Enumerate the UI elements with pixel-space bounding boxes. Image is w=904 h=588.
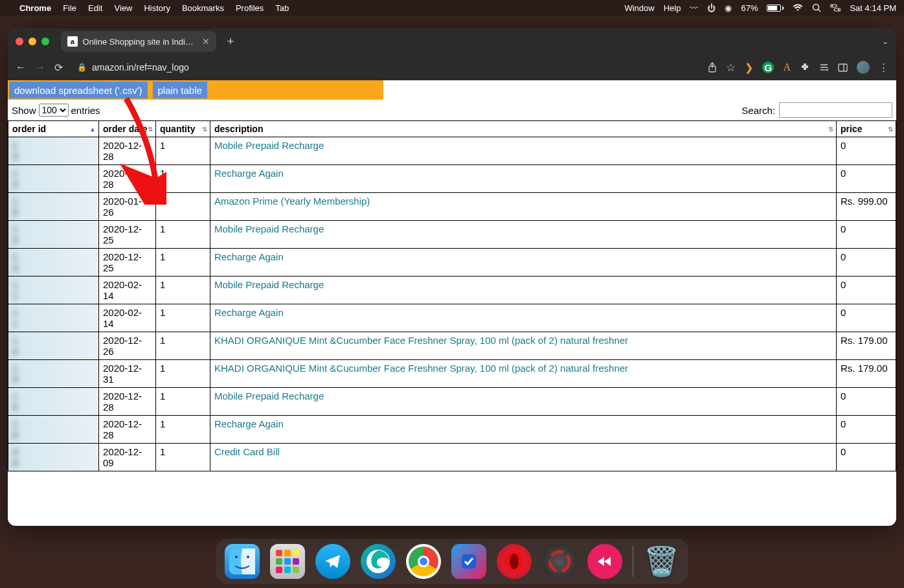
col-order-date[interactable]: order date⇅ [99,121,156,137]
menu-kebab-icon[interactable]: ⋮ [879,62,888,73]
order-link[interactable]: Recharge Again [214,168,284,179]
favicon: a [67,36,78,47]
cell-date: 2020-12-31 [99,360,156,388]
menu-tab[interactable]: Tab [275,3,289,13]
dock-telegram-icon[interactable] [315,544,350,579]
entries-select[interactable]: 100 [39,104,69,117]
dock-finder-icon[interactable] [225,544,260,579]
table-row: 13 2020-12-28 1 Recharge Again 0 [8,165,896,193]
status-icon[interactable]: 〰 [690,3,698,13]
dock-app-icon[interactable] [451,544,486,579]
window-controls[interactable] [16,38,49,45]
order-link[interactable]: Recharge Again [214,251,284,262]
order-link[interactable]: Recharge Again [214,418,284,429]
order-link[interactable]: KHADI ORGANIQUE Mint &Cucumber Face Fres… [214,335,628,346]
entries-control: Show 100 entries [12,104,100,117]
wifi-icon[interactable] [793,4,803,12]
cell-date: 2020-12-28 [99,416,156,444]
back-button[interactable]: ← [16,62,26,73]
table-row: 19 2020-12-31 1 KHADI ORGANIQUE Mint &Cu… [8,360,896,388]
app-name[interactable]: Chrome [19,3,51,13]
tabs-dropdown-icon[interactable]: ⌄ [882,37,888,46]
new-tab-button[interactable]: + [221,32,240,51]
extension-icon[interactable]: ❯ [745,62,753,74]
url-bar[interactable]: 🔒 amazon.in/ref=nav_logo [72,58,699,76]
clock[interactable]: Sat 4:14 PM [850,3,896,13]
menu-view[interactable]: View [114,3,132,13]
dock-opera-icon[interactable] [497,544,532,579]
order-link[interactable]: Mobile Prepaid Recharge [214,140,324,151]
profile-avatar[interactable] [857,61,870,74]
col-quantity[interactable]: quantity⇅ [156,121,210,137]
url-text: amazon.in/ref=nav_logo [92,62,189,73]
cell-price: 0 [837,277,896,304]
svg-point-19 [510,554,519,569]
menu-window[interactable]: Window [624,3,654,13]
dock-launchpad-icon[interactable] [270,544,305,579]
extensions-puzzle-icon[interactable] [800,62,810,73]
search-input[interactable] [779,102,892,118]
control-center-icon[interactable] [830,4,841,12]
order-link[interactable]: KHADI ORGANIQUE Mint &Cucumber Face Fres… [214,363,628,374]
order-link[interactable]: Mobile Prepaid Recharge [214,279,324,290]
order-link[interactable]: Recharge Again [214,307,284,318]
lock-icon[interactable]: 🔒 [77,63,87,72]
cell-price: Rs. 999.00 [837,193,896,221]
dock-app-icon[interactable] [542,544,577,579]
svg-line-1 [819,10,821,12]
plain-table-button[interactable]: plain table [153,82,207,98]
col-order-id[interactable]: order id▲ [8,121,99,137]
cell-desc: Recharge Again [210,416,837,444]
menu-bookmarks[interactable]: Bookmarks [182,3,224,13]
order-link[interactable]: Credit Card Bill [214,446,280,457]
orders-table: order id▲ order date⇅ quantity⇅ descript… [8,120,896,471]
cell-price: 0 [837,249,896,277]
cell-desc: Mobile Prepaid Recharge [210,221,837,249]
table-row: 11 2020-02-14 1 Mobile Prepaid Recharge … [8,277,896,304]
bookmark-star-icon[interactable]: ☆ [726,61,736,74]
menu-history[interactable]: History [144,3,170,13]
dock-trash-icon[interactable]: 🗑️ [644,545,679,578]
browser-tab[interactable]: a Online Shopping site in India: S ✕ [61,31,216,52]
order-link[interactable]: Mobile Prepaid Recharge [214,390,324,401]
download-csv-button[interactable]: download spreadsheet ('.csv') [9,82,148,98]
reading-list-icon[interactable] [819,63,829,73]
reload-button[interactable]: ⟳ [54,62,63,74]
extension-grammarly-icon[interactable]: G [762,62,774,73]
cell-qty: 1 [156,360,210,388]
cell-order-id: 11 [8,277,99,304]
battery-icon[interactable] [767,5,784,12]
side-panel-icon[interactable] [838,63,848,72]
search-icon[interactable] [812,3,821,12]
cell-qty: 1 [156,221,210,249]
share-icon[interactable] [708,62,717,73]
cell-date: 2020-12-09 [99,444,156,471]
col-price[interactable]: price⇅ [837,121,896,137]
cell-date: 2020-12-26 [99,332,156,360]
status-icon[interactable]: ⏻ [707,3,716,13]
menu-profiles[interactable]: Profiles [236,3,264,13]
svg-point-0 [813,5,819,10]
col-description[interactable]: description⇅ [210,121,837,137]
dock-chrome-icon[interactable] [406,544,441,579]
cell-desc: Recharge Again [210,249,837,277]
cell-date: 2020-12-25 [99,249,156,277]
dock-edge-icon[interactable] [361,544,396,579]
order-link[interactable]: Mobile Prepaid Recharge [214,223,324,234]
menu-help[interactable]: Help [664,3,681,13]
cell-desc: Recharge Again [210,304,837,332]
dock-separator [633,546,633,577]
play-icon[interactable]: ◉ [725,3,732,13]
order-link[interactable]: Amazon Prime (Yearly Membership) [214,196,370,207]
dock-app-icon[interactable] [587,544,622,579]
close-tab-icon[interactable]: ✕ [202,36,210,47]
cell-qty: 1 [156,165,210,193]
forward-button: → [35,62,45,73]
menu-file[interactable]: File [63,3,76,13]
cell-order-id: 48 [8,444,99,471]
cell-qty: 1 [156,277,210,304]
extension-icon[interactable]: A [783,62,791,73]
menu-edit[interactable]: Edit [88,3,102,13]
cell-desc: Mobile Prepaid Recharge [210,137,837,165]
tab-bar: a Online Shopping site in India: S ✕ + ⌄ [8,28,896,54]
